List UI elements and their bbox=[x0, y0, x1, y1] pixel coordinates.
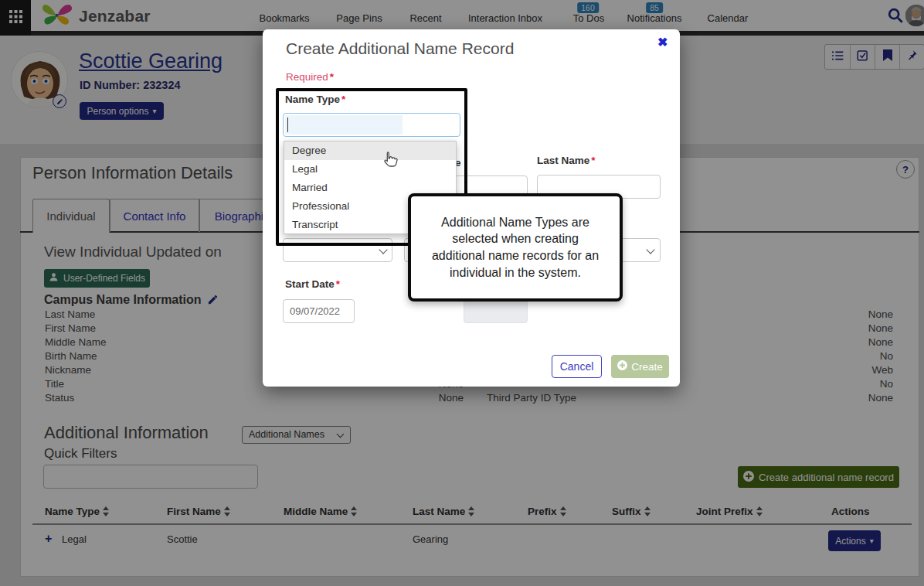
start-date-label-text: Start Date bbox=[285, 278, 335, 290]
cancel-label: Cancel bbox=[560, 360, 594, 373]
dropdown-option-legal[interactable]: Legal bbox=[284, 160, 456, 179]
last-name-label: Last Name* bbox=[537, 155, 596, 166]
annotation-tooltip: Additional Name Types are selected when … bbox=[408, 193, 623, 302]
jenzabar-app: Jenzabar Bookmarks Page Pins Recent Inte… bbox=[0, 0, 924, 586]
required-asterisk: * bbox=[336, 278, 340, 290]
start-date-input[interactable] bbox=[283, 299, 355, 323]
required-asterisk: * bbox=[330, 71, 334, 83]
disabled-date-field bbox=[464, 298, 528, 323]
last-name-label-text: Last Name bbox=[537, 155, 589, 166]
tooltip-text: Additional Name Types are selected when … bbox=[427, 214, 603, 281]
required-legend: Required* bbox=[286, 71, 334, 83]
plus-circle-icon bbox=[617, 360, 627, 373]
cancel-button[interactable]: Cancel bbox=[552, 355, 602, 378]
required-label: Required bbox=[286, 71, 328, 83]
create-button[interactable]: Create bbox=[611, 355, 669, 378]
close-icon[interactable]: ✖ bbox=[657, 35, 668, 49]
required-asterisk: * bbox=[591, 155, 595, 166]
hand-cursor-icon bbox=[380, 149, 400, 172]
dropdown-option-degree[interactable]: Degree bbox=[284, 141, 456, 160]
start-date-label: Start Date* bbox=[285, 278, 340, 290]
modal-title: Create Additional Name Record bbox=[286, 39, 514, 58]
create-label: Create bbox=[631, 361, 663, 373]
